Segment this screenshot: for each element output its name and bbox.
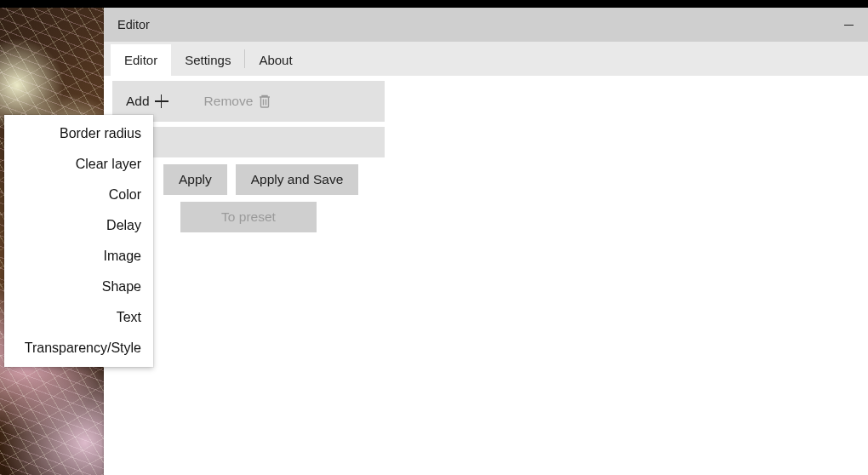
layer-list-placeholder[interactable] xyxy=(112,127,385,157)
tab-about[interactable]: About xyxy=(245,44,306,76)
to-preset-button[interactable]: To preset xyxy=(180,202,317,232)
remove-label: Remove xyxy=(204,94,254,109)
toolbar-row-preset: To preset xyxy=(112,202,385,232)
tab-settings[interactable]: Settings xyxy=(171,44,244,76)
menu-item-transparency[interactable]: Transparency/Style xyxy=(4,333,153,363)
tab-bar: Editor Settings About xyxy=(104,42,868,76)
add-label: Add xyxy=(126,94,150,109)
trash-icon xyxy=(258,94,271,109)
taskbar-top-strip xyxy=(0,0,868,8)
button-label: Apply xyxy=(179,172,212,186)
window-title: Editor xyxy=(117,18,150,31)
toolbar-row-addremove: Add Remove xyxy=(112,81,385,122)
apply-and-save-button[interactable]: Apply and Save xyxy=(236,164,359,195)
titlebar[interactable]: Editor xyxy=(104,8,868,42)
tab-editor[interactable]: Editor xyxy=(111,44,171,76)
button-label: To preset xyxy=(221,209,276,224)
minimize-button[interactable] xyxy=(829,8,868,42)
remove-button[interactable]: Remove xyxy=(199,90,277,112)
menu-item-color[interactable]: Color xyxy=(4,180,153,210)
tab-label: Editor xyxy=(124,53,157,67)
add-button[interactable]: Add xyxy=(121,90,174,112)
toolbar-row-apply: Apply Apply and Save xyxy=(112,164,385,195)
button-label: Apply and Save xyxy=(251,172,344,186)
menu-item-border-radius[interactable]: Border radius xyxy=(4,118,153,149)
plus-icon xyxy=(155,94,168,108)
menu-item-shape[interactable]: Shape xyxy=(4,272,153,302)
apply-button[interactable]: Apply xyxy=(163,164,227,195)
editor-window: Editor Editor Settings About Add xyxy=(104,8,868,475)
menu-item-text[interactable]: Text xyxy=(4,302,153,333)
window-controls xyxy=(829,8,868,42)
tab-label: About xyxy=(259,53,292,67)
menu-item-clear-layer[interactable]: Clear layer xyxy=(4,149,153,180)
add-dropdown-menu: Border radius Clear layer Color Delay Im… xyxy=(4,115,153,367)
menu-item-delay[interactable]: Delay xyxy=(4,210,153,241)
minimize-icon xyxy=(844,25,854,26)
tab-label: Settings xyxy=(185,53,231,67)
editor-content: Add Remove Apply xyxy=(104,76,868,475)
toolbar-panel: Add Remove Apply xyxy=(112,81,385,232)
menu-item-image[interactable]: Image xyxy=(4,241,153,272)
